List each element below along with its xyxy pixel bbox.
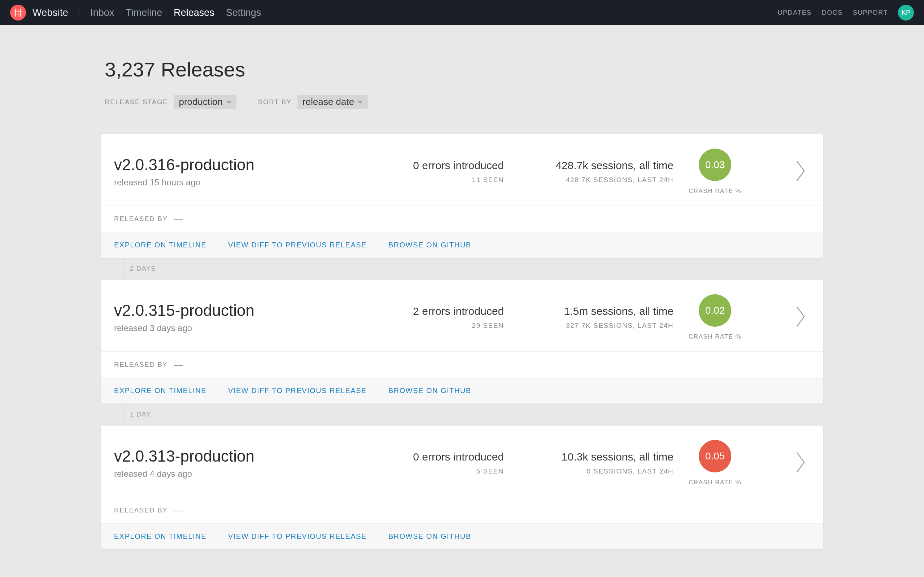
release-card: v2.0.316-production released 15 hours ag…: [101, 134, 823, 258]
main-nav: Inbox Timeline Releases Settings: [90, 7, 261, 18]
view-diff-link[interactable]: VIEW DIFF TO PREVIOUS RELEASE: [228, 387, 367, 395]
released-by-value: —: [174, 359, 183, 370]
errors-seen: 5 SEEN: [363, 467, 504, 475]
crash-rate-badge: 0.05: [699, 440, 731, 472]
release-card: v2.0.313-production released 4 days ago …: [101, 425, 823, 549]
errors-seen: 11 SEEN: [363, 176, 504, 184]
browse-on-github-link[interactable]: BROWSE ON GITHUB: [388, 387, 472, 395]
filter-sort-by: SORT BY release date: [258, 95, 368, 109]
releases-list: v2.0.316-production released 15 hours ag…: [101, 134, 823, 549]
sessions-last-24h: 0 SESSIONS, LAST 24H: [518, 467, 674, 475]
release-card: v2.0.315-production released 3 days ago …: [101, 280, 823, 403]
chevron-down-icon: [226, 100, 231, 104]
logo-wrap[interactable]: Website: [10, 5, 68, 21]
release-time: released 15 hours ago: [114, 177, 363, 187]
expand-arrow-icon[interactable]: [795, 469, 806, 475]
sessions-all-time: 1.5m sessions, all time: [518, 305, 674, 318]
release-version: v2.0.315-production: [114, 301, 363, 319]
released-by-row: RELEASED BY —: [101, 206, 823, 232]
release-version: v2.0.313-production: [114, 447, 363, 465]
crash-rate-label: CRASH RATE %: [674, 479, 756, 486]
gap-text: 1 DAY: [130, 411, 151, 418]
release-card-top: v2.0.316-production released 15 hours ag…: [101, 134, 823, 206]
filter-sort-label: SORT BY: [258, 98, 292, 106]
gap-line: [123, 403, 123, 425]
nav-timeline[interactable]: Timeline: [126, 7, 162, 18]
release-actions: EXPLORE ON TIMELINE VIEW DIFF TO PREVIOU…: [101, 232, 823, 258]
nav-releases[interactable]: Releases: [174, 7, 215, 18]
explore-on-timeline-link[interactable]: EXPLORE ON TIMELINE: [114, 241, 207, 249]
browse-on-github-link[interactable]: BROWSE ON GITHUB: [388, 532, 472, 541]
sessions-last-24h: 327.7K SESSIONS, LAST 24H: [518, 322, 674, 330]
nav-settings[interactable]: Settings: [226, 7, 261, 18]
filter-sort-select[interactable]: release date: [297, 95, 368, 109]
content: 3,237 Releases RELEASE STAGE production …: [101, 25, 823, 549]
crash-rate-label: CRASH RATE %: [674, 187, 756, 195]
release-actions: EXPLORE ON TIMELINE VIEW DIFF TO PREVIOU…: [101, 377, 823, 403]
released-by-value: —: [174, 505, 183, 515]
release-version: v2.0.316-production: [114, 156, 363, 174]
gap-text: 2 DAYS: [130, 265, 156, 272]
time-gap-marker: 1 DAY: [101, 403, 823, 425]
link-updates[interactable]: UPDATES: [778, 9, 812, 16]
errors-introduced: 0 errors introduced: [363, 451, 504, 463]
filter-stage-value: production: [179, 96, 222, 108]
expand-arrow-icon[interactable]: [795, 177, 806, 183]
errors-seen: 29 SEEN: [363, 322, 504, 330]
filters: RELEASE STAGE production SORT BY release…: [101, 95, 823, 109]
released-by-label: RELEASED BY: [114, 506, 168, 514]
sessions-all-time: 428.7k sessions, all time: [518, 160, 674, 172]
release-card-top: v2.0.315-production released 3 days ago …: [101, 280, 823, 351]
released-by-label: RELEASED BY: [114, 215, 168, 223]
sessions-last-24h: 428.7K SESSIONS, LAST 24H: [518, 176, 674, 184]
released-by-row: RELEASED BY —: [101, 351, 823, 377]
released-by-row: RELEASED BY —: [101, 497, 823, 523]
logo-icon: [10, 5, 26, 21]
filter-sort-value: release date: [302, 96, 354, 108]
time-gap-marker: 2 DAYS: [101, 258, 823, 280]
divider: [79, 6, 79, 19]
errors-introduced: 2 errors introduced: [363, 305, 504, 318]
link-support[interactable]: SUPPORT: [853, 9, 888, 16]
page-title: 3,237 Releases: [101, 58, 823, 81]
release-actions: EXPLORE ON TIMELINE VIEW DIFF TO PREVIOU…: [101, 523, 823, 549]
nav-right: UPDATES DOCS SUPPORT KP: [778, 5, 914, 21]
topbar: Website Inbox Timeline Releases Settings…: [0, 0, 924, 25]
released-by-label: RELEASED BY: [114, 361, 168, 369]
crash-rate-label: CRASH RATE %: [674, 333, 756, 340]
view-diff-link[interactable]: VIEW DIFF TO PREVIOUS RELEASE: [228, 241, 367, 249]
crash-rate-badge: 0.03: [699, 148, 731, 181]
explore-on-timeline-link[interactable]: EXPLORE ON TIMELINE: [114, 532, 207, 541]
browse-on-github-link[interactable]: BROWSE ON GITHUB: [388, 241, 472, 249]
nav-inbox[interactable]: Inbox: [90, 7, 114, 18]
release-time: released 4 days ago: [114, 469, 363, 479]
site-name: Website: [32, 7, 68, 18]
view-diff-link[interactable]: VIEW DIFF TO PREVIOUS RELEASE: [228, 532, 367, 541]
crash-rate-badge: 0.02: [699, 294, 731, 327]
link-docs[interactable]: DOCS: [822, 9, 843, 16]
released-by-value: —: [174, 214, 183, 224]
gap-line: [123, 258, 123, 280]
avatar[interactable]: KP: [898, 5, 914, 21]
expand-arrow-icon[interactable]: [795, 323, 806, 329]
chevron-down-icon: [358, 100, 363, 104]
sessions-all-time: 10.3k sessions, all time: [518, 451, 674, 463]
release-time: released 3 days ago: [114, 323, 363, 333]
filter-stage-label: RELEASE STAGE: [105, 98, 168, 106]
errors-introduced: 0 errors introduced: [363, 160, 504, 172]
explore-on-timeline-link[interactable]: EXPLORE ON TIMELINE: [114, 387, 207, 395]
release-card-top: v2.0.313-production released 4 days ago …: [101, 425, 823, 497]
filter-release-stage: RELEASE STAGE production: [105, 95, 236, 109]
filter-stage-select[interactable]: production: [174, 95, 236, 109]
